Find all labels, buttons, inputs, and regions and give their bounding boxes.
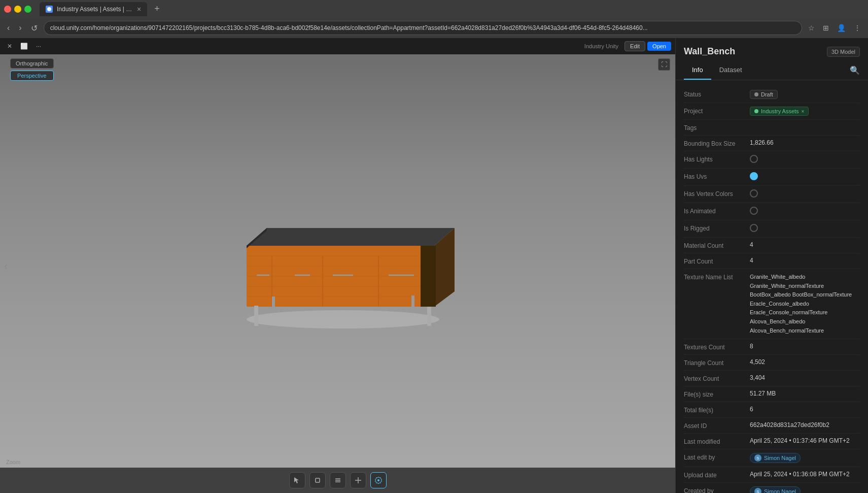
has-uvs-label: Has Uvs: [684, 172, 750, 180]
info-panel: Wall_Bench 3D Model Info Dataset 🔍 Statu…: [675, 38, 868, 493]
status-value: Draft: [750, 90, 860, 99]
pan-tool-btn[interactable]: [350, 472, 366, 488]
created-by-username: Simon Nagel: [764, 488, 796, 493]
is-rigged-label: Is Rigged: [684, 224, 750, 232]
close-viewer-btn[interactable]: ✕: [4, 42, 15, 51]
created-by-label: Created by: [684, 486, 750, 493]
svg-point-29: [377, 479, 379, 481]
profile-icon[interactable]: 👤: [834, 22, 849, 34]
textures-count-row: Textures Count 8: [684, 339, 860, 355]
browser-tab[interactable]: Industry Assets | Assets | Unity ×: [40, 2, 147, 16]
last-modified-row: Last modified April 25, 2024 • 01:37:46 …: [684, 434, 860, 449]
upload-date-row: Upload date April 25, 2024 • 01:36:08 PM…: [684, 467, 860, 483]
has-uvs-value: [750, 172, 860, 182]
asset-title: Wall_Bench: [684, 46, 735, 57]
has-uvs-icon: [750, 172, 758, 180]
search-icon[interactable]: 🔍: [850, 65, 860, 75]
zoom-tool-btn[interactable]: [330, 472, 346, 488]
reload-button[interactable]: ↺: [28, 21, 41, 35]
file-size-row: File(s) size 51.27 MB: [684, 386, 860, 402]
maximize-viewer-btn[interactable]: ⬜: [17, 42, 31, 51]
settings-tool-btn[interactable]: [370, 472, 387, 488]
info-body: Status Draft Project Industry Assets ×: [676, 80, 868, 493]
svg-point-0: [47, 7, 51, 11]
bookmark-icon[interactable]: ☆: [805, 22, 818, 34]
triangle-count-value: 4,502: [750, 358, 860, 366]
browser-titlebar: Industry Assets | Assets | Unity × +: [0, 0, 868, 18]
triangle-count-label: Triangle Count: [684, 358, 750, 367]
project-dot: [754, 109, 758, 113]
upload-date-value: April 25, 2024 • 01:36:08 PM GMT+2: [750, 471, 860, 478]
is-rigged-row: Is Rigged: [684, 220, 860, 238]
window-minimize-btn[interactable]: [14, 6, 21, 13]
project-value: Industry Assets ×: [750, 107, 860, 116]
texture-name-list-value: Granite_White_albedo Granite_White_norma…: [750, 273, 860, 335]
fullscreen-button[interactable]: ⛶: [658, 58, 670, 71]
svg-rect-22: [421, 246, 436, 307]
status-label: Status: [684, 90, 750, 98]
viewer-bottom-controls: [0, 468, 675, 493]
file-size-label: File(s) size: [684, 390, 750, 398]
has-lights-row: Has Lights: [684, 151, 860, 169]
created-by-row: Created by S Simon Nagel: [684, 483, 860, 493]
total-files-label: Total file(s): [684, 406, 750, 414]
tab-info[interactable]: Info: [684, 61, 711, 80]
has-lights-value: [750, 155, 860, 165]
tags-label: Tags: [684, 123, 750, 132]
asset-id-label: Asset ID: [684, 421, 750, 430]
tags-row: Tags: [684, 120, 860, 136]
textures-count-value: 8: [750, 343, 860, 350]
app-container: ✕ ⬜ ··· Industry Unity Edit Open Orthogr…: [0, 38, 868, 493]
bounding-box-label: Bounding Box Size: [684, 139, 750, 147]
tab-title: Industry Assets | Assets | Unity: [57, 6, 133, 13]
bounding-box-row: Bounding Box Size 1,826.66: [684, 136, 860, 151]
project-badge: Industry Assets ×: [750, 107, 809, 116]
menu-icon[interactable]: ⋮: [851, 22, 864, 34]
vertex-count-label: Vertex Count: [684, 374, 750, 382]
more-viewer-btn[interactable]: ···: [33, 42, 44, 51]
info-header: Wall_Bench 3D Model: [676, 38, 868, 57]
texture-name-list-row: Texture Name List Granite_White_albedo G…: [684, 269, 860, 339]
orthographic-view-btn[interactable]: Orthographic: [10, 58, 54, 69]
perspective-view-btn[interactable]: Perspective: [10, 71, 54, 81]
view-mode-controls: Orthographic Perspective: [10, 58, 54, 81]
cursor-tool-btn[interactable]: [289, 472, 305, 488]
has-uvs-row: Has Uvs: [684, 169, 860, 186]
edit-button[interactable]: Edit: [624, 41, 645, 51]
close-tab-icon[interactable]: ×: [137, 5, 141, 13]
window-maximize-btn[interactable]: [24, 6, 31, 13]
viewer-toolbar: ✕ ⬜ ··· Industry Unity Edit Open: [0, 38, 675, 54]
project-x-btn[interactable]: ×: [802, 109, 805, 114]
total-files-row: Total file(s) 6: [684, 402, 860, 418]
has-lights-icon: [750, 155, 758, 163]
open-button[interactable]: Open: [647, 42, 671, 51]
project-row: Project Industry Assets ×: [684, 103, 860, 120]
svg-rect-20: [272, 297, 275, 312]
is-rigged-value: [750, 224, 860, 234]
tab-dataset[interactable]: Dataset: [711, 61, 750, 80]
svg-point-1: [247, 310, 439, 328]
new-tab-button[interactable]: +: [151, 3, 163, 15]
viewer-content[interactable]: [0, 54, 675, 468]
textures-count-label: Textures Count: [684, 343, 750, 351]
address-bar[interactable]: [44, 21, 802, 35]
has-vertex-colors-label: Has Vertex Colors: [684, 189, 750, 198]
vertex-count-value: 3,404: [750, 374, 860, 381]
asset-id-row: Asset ID 662a4028d831a27ded26f0b2: [684, 418, 860, 434]
back-button[interactable]: ‹: [4, 21, 13, 35]
last-edit-by-value: S Simon Nagel: [750, 453, 860, 463]
status-dot: [754, 92, 758, 96]
extensions-icon[interactable]: ⊞: [820, 22, 832, 34]
browser-toolbar: ‹ › ↺ ☆ ⊞ 👤 ⋮: [0, 18, 868, 38]
is-animated-value: [750, 207, 860, 216]
total-files-value: 6: [750, 406, 860, 413]
app-title: Industry Unity: [584, 43, 618, 49]
status-badge: Draft: [750, 90, 778, 99]
is-rigged-icon: [750, 224, 758, 232]
move-tool-btn[interactable]: [309, 472, 326, 488]
window-close-btn[interactable]: [4, 6, 11, 13]
last-edit-by-row: Last edit by S Simon Nagel: [684, 449, 860, 467]
model-type-badge: 3D Model: [827, 47, 860, 57]
texture-name-list-label: Texture Name List: [684, 273, 750, 281]
forward-button[interactable]: ›: [16, 21, 24, 35]
